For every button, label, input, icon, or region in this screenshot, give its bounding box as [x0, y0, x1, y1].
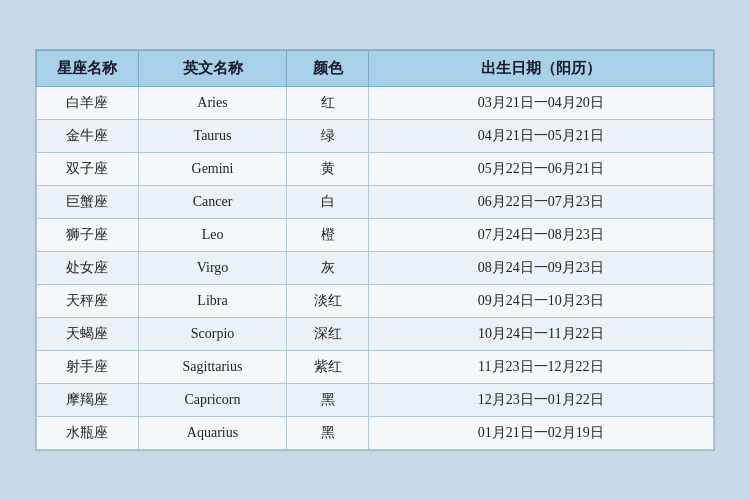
cell-chinese: 天蝎座 — [37, 318, 139, 351]
cell-color: 黑 — [287, 417, 368, 450]
table-row: 双子座Gemini黄05月22日一06月21日 — [37, 153, 714, 186]
cell-date: 09月24日一10月23日 — [368, 285, 713, 318]
cell-date: 12月23日一01月22日 — [368, 384, 713, 417]
cell-english: Aquarius — [138, 417, 287, 450]
cell-chinese: 水瓶座 — [37, 417, 139, 450]
cell-chinese: 金牛座 — [37, 120, 139, 153]
cell-date: 06月22日一07月23日 — [368, 186, 713, 219]
table-row: 金牛座Taurus绿04月21日一05月21日 — [37, 120, 714, 153]
cell-color: 淡红 — [287, 285, 368, 318]
zodiac-table: 星座名称 英文名称 颜色 出生日期（阳历） 白羊座Aries红03月21日一04… — [36, 50, 714, 450]
cell-color: 黑 — [287, 384, 368, 417]
cell-english: Virgo — [138, 252, 287, 285]
cell-color: 紫红 — [287, 351, 368, 384]
table-header-row: 星座名称 英文名称 颜色 出生日期（阳历） — [37, 51, 714, 87]
cell-english: Sagittarius — [138, 351, 287, 384]
cell-english: Aries — [138, 87, 287, 120]
table-row: 射手座Sagittarius紫红11月23日一12月22日 — [37, 351, 714, 384]
cell-date: 08月24日一09月23日 — [368, 252, 713, 285]
cell-chinese: 摩羯座 — [37, 384, 139, 417]
cell-english: Leo — [138, 219, 287, 252]
cell-chinese: 射手座 — [37, 351, 139, 384]
cell-date: 10月24日一11月22日 — [368, 318, 713, 351]
cell-date: 01月21日一02月19日 — [368, 417, 713, 450]
cell-color: 灰 — [287, 252, 368, 285]
table-row: 水瓶座Aquarius黑01月21日一02月19日 — [37, 417, 714, 450]
table-row: 狮子座Leo橙07月24日一08月23日 — [37, 219, 714, 252]
cell-english: Scorpio — [138, 318, 287, 351]
cell-chinese: 双子座 — [37, 153, 139, 186]
cell-chinese: 狮子座 — [37, 219, 139, 252]
cell-english: Libra — [138, 285, 287, 318]
cell-chinese: 巨蟹座 — [37, 186, 139, 219]
cell-color: 黄 — [287, 153, 368, 186]
table-row: 天秤座Libra淡红09月24日一10月23日 — [37, 285, 714, 318]
cell-date: 05月22日一06月21日 — [368, 153, 713, 186]
cell-color: 白 — [287, 186, 368, 219]
header-date: 出生日期（阳历） — [368, 51, 713, 87]
cell-english: Capricorn — [138, 384, 287, 417]
header-chinese: 星座名称 — [37, 51, 139, 87]
cell-chinese: 白羊座 — [37, 87, 139, 120]
cell-english: Gemini — [138, 153, 287, 186]
table-row: 处女座Virgo灰08月24日一09月23日 — [37, 252, 714, 285]
cell-color: 橙 — [287, 219, 368, 252]
cell-color: 红 — [287, 87, 368, 120]
cell-chinese: 处女座 — [37, 252, 139, 285]
table-row: 巨蟹座Cancer白06月22日一07月23日 — [37, 186, 714, 219]
table-row: 白羊座Aries红03月21日一04月20日 — [37, 87, 714, 120]
cell-date: 07月24日一08月23日 — [368, 219, 713, 252]
cell-english: Taurus — [138, 120, 287, 153]
header-english: 英文名称 — [138, 51, 287, 87]
cell-date: 04月21日一05月21日 — [368, 120, 713, 153]
cell-date: 03月21日一04月20日 — [368, 87, 713, 120]
header-color: 颜色 — [287, 51, 368, 87]
cell-chinese: 天秤座 — [37, 285, 139, 318]
table-body: 白羊座Aries红03月21日一04月20日金牛座Taurus绿04月21日一0… — [37, 87, 714, 450]
cell-color: 深红 — [287, 318, 368, 351]
zodiac-table-container: 星座名称 英文名称 颜色 出生日期（阳历） 白羊座Aries红03月21日一04… — [35, 49, 715, 451]
cell-english: Cancer — [138, 186, 287, 219]
cell-color: 绿 — [287, 120, 368, 153]
cell-date: 11月23日一12月22日 — [368, 351, 713, 384]
table-row: 摩羯座Capricorn黑12月23日一01月22日 — [37, 384, 714, 417]
table-row: 天蝎座Scorpio深红10月24日一11月22日 — [37, 318, 714, 351]
